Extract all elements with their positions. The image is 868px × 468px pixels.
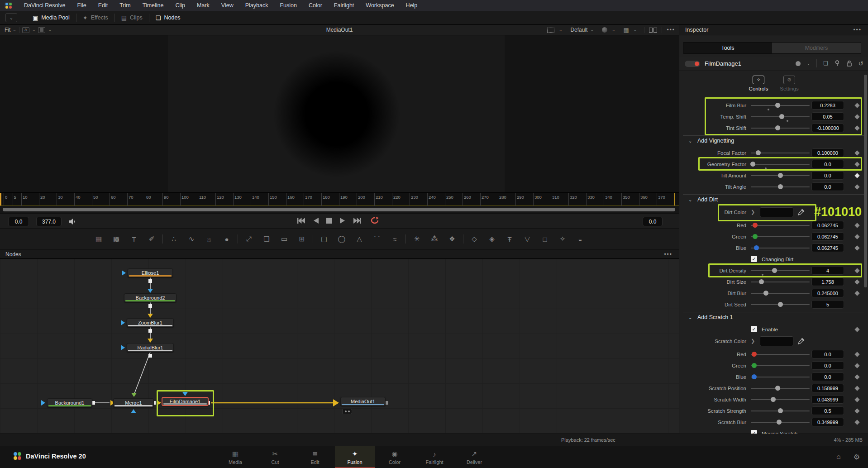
- slider-handle[interactable]: [756, 150, 761, 155]
- playhead-marker[interactable]: [0, 193, 1, 206]
- node-radialblur1[interactable]: RadialBlur1: [127, 343, 174, 352]
- region-icon[interactable]: [547, 28, 554, 33]
- node-color-icon[interactable]: [796, 61, 801, 66]
- play-reverse-button[interactable]: [313, 217, 319, 224]
- versions-icon[interactable]: ❏: [823, 60, 828, 67]
- reset-history-icon[interactable]: ↺: [858, 60, 863, 67]
- keyframe-diamond-icon[interactable]: [854, 363, 859, 368]
- menu-item-davinci-resolve[interactable]: DaVinci Resolve: [24, 2, 65, 9]
- expand-chevron-icon[interactable]: ❯: [751, 338, 755, 344]
- param-value-field[interactable]: 0.0: [811, 372, 844, 381]
- current-frame-field[interactable]: 0.0: [643, 217, 663, 226]
- param-slider[interactable]: [751, 175, 810, 176]
- menu-item-view[interactable]: View: [221, 2, 234, 9]
- viewer-options-menu[interactable]: •••: [667, 27, 675, 33]
- brightness-contrast-tool-icon[interactable]: ☼: [202, 233, 216, 245]
- image-plane-3d-tool-icon[interactable]: ◇: [467, 233, 481, 245]
- param-slider[interactable]: [751, 422, 810, 423]
- range-start-field[interactable]: 0.0: [8, 217, 29, 226]
- node-zoomblur1[interactable]: ZoomBlur1: [127, 318, 174, 327]
- menu-item-timeline[interactable]: Timeline: [143, 2, 164, 9]
- render-3d-tool-icon[interactable]: ◒: [573, 233, 587, 245]
- node-expand-badge[interactable]: [342, 409, 352, 414]
- paint-tool-icon[interactable]: ✐: [145, 233, 158, 245]
- param-slider[interactable]: [751, 236, 810, 237]
- param-value-field[interactable]: 0.0: [811, 182, 844, 191]
- page-tab-fusion[interactable]: ✦Fusion: [335, 446, 375, 468]
- menu-item-fairlight[interactable]: Fairlight: [334, 2, 354, 9]
- dual-viewer-icon[interactable]: [649, 28, 657, 33]
- node-input-arrow[interactable]: [121, 320, 125, 325]
- viewer-canvas[interactable]: [0, 35, 679, 192]
- blur-tool-icon[interactable]: ●: [220, 233, 234, 245]
- param-slider[interactable]: [751, 399, 810, 400]
- slider-handle[interactable]: [771, 397, 776, 402]
- keyframe-diamond-icon[interactable]: [854, 173, 859, 178]
- keyframe-diamond-icon[interactable]: [854, 386, 859, 391]
- subtab-settings[interactable]: ⚙ Settings: [773, 76, 805, 91]
- keyframe-diamond-icon[interactable]: [854, 420, 859, 425]
- tab-tools[interactable]: Tools: [683, 43, 772, 53]
- particle-emitter-tool-icon[interactable]: ✳: [410, 233, 424, 245]
- param-slider[interactable]: [751, 186, 810, 187]
- timeline-ruler[interactable]: 0510203040506070809010011012013014015016…: [0, 192, 679, 206]
- fit-dropdown[interactable]: Fit⌄: [5, 27, 16, 33]
- param-value-field[interactable]: 5: [811, 300, 844, 309]
- keyframe-diamond-icon[interactable]: [854, 150, 859, 155]
- param-value-field[interactable]: 1.758: [811, 277, 844, 286]
- grid-icon[interactable]: ▦: [624, 27, 629, 33]
- eyedropper-icon[interactable]: [798, 337, 805, 346]
- color-swatch[interactable]: [760, 336, 793, 346]
- page-tab-edit[interactable]: ≣Edit: [295, 446, 335, 468]
- slider-handle[interactable]: [752, 363, 757, 368]
- slider-handle[interactable]: [754, 245, 759, 250]
- param-value-field[interactable]: 0.349999: [811, 418, 844, 426]
- play-button[interactable]: [339, 217, 346, 224]
- media-pool-button[interactable]: ▣Media Pool: [26, 11, 76, 24]
- resize-tool-icon[interactable]: ⊞: [295, 233, 309, 245]
- node-merge1[interactable]: Merge1: [113, 398, 154, 407]
- param-slider[interactable]: [751, 365, 810, 366]
- keyframe-diamond-icon[interactable]: [854, 408, 859, 413]
- param-slider[interactable]: [751, 377, 810, 377]
- checkbox-changing-dirt[interactable]: ✓: [751, 256, 757, 262]
- param-value-field[interactable]: 0.0: [811, 171, 844, 180]
- text-plus-tool-icon[interactable]: T: [127, 233, 141, 245]
- param-slider[interactable]: [751, 293, 810, 294]
- node-input-arrow[interactable]: [41, 400, 45, 406]
- slider-handle[interactable]: [752, 374, 757, 379]
- merge-tool-icon[interactable]: ❏: [260, 233, 273, 245]
- timeline-scrollbar[interactable]: [0, 206, 679, 214]
- menu-item-color[interactable]: Color: [309, 2, 322, 9]
- node-background2[interactable]: Background2: [124, 293, 176, 302]
- page-tab-cut[interactable]: ✂Cut: [255, 446, 295, 468]
- param-value-field[interactable]: 0.062745: [811, 244, 844, 252]
- particle-render-tool-icon[interactable]: ❖: [445, 233, 459, 245]
- node-editor-canvas[interactable]: Ellipse1Background2ZoomBlur1RadialBlur1B…: [0, 259, 679, 434]
- param-slider[interactable]: [751, 248, 810, 248]
- tab-modifiers[interactable]: Modifiers: [772, 43, 861, 53]
- node-input-arrow[interactable]: [122, 270, 126, 276]
- menu-item-clip[interactable]: Clip: [176, 2, 186, 9]
- slider-handle[interactable]: [778, 173, 783, 178]
- param-slider[interactable]: [751, 388, 810, 389]
- keyframe-diamond-icon[interactable]: [854, 374, 859, 379]
- keyframe-diamond-icon[interactable]: [854, 234, 859, 239]
- background-tool-icon[interactable]: ▩: [110, 233, 123, 245]
- light-3d-tool-icon[interactable]: ✧: [556, 233, 569, 245]
- slider-handle[interactable]: [777, 420, 782, 425]
- collapse-ui-button[interactable]: ⌄: [5, 13, 17, 22]
- menu-item-trim[interactable]: Trim: [119, 2, 131, 9]
- bspline-mask-tool-icon[interactable]: ⌒: [370, 233, 384, 245]
- polygon-mask-tool-icon[interactable]: △: [353, 233, 366, 245]
- keyframe-diamond-icon[interactable]: [854, 327, 859, 332]
- slider-handle[interactable]: [778, 408, 783, 413]
- speaker-icon[interactable]: [68, 218, 77, 225]
- letterbox-tool-icon[interactable]: ▭: [277, 233, 291, 245]
- inspector-options-menu[interactable]: •••: [853, 27, 862, 33]
- nodes-button[interactable]: ❏Nodes: [149, 11, 187, 24]
- project-manager-icon[interactable]: ⌂: [836, 453, 841, 461]
- range-end-field[interactable]: 377.0: [36, 217, 62, 226]
- param-value-field[interactable]: 0.158999: [811, 384, 844, 392]
- node-background1[interactable]: Background1: [47, 398, 92, 407]
